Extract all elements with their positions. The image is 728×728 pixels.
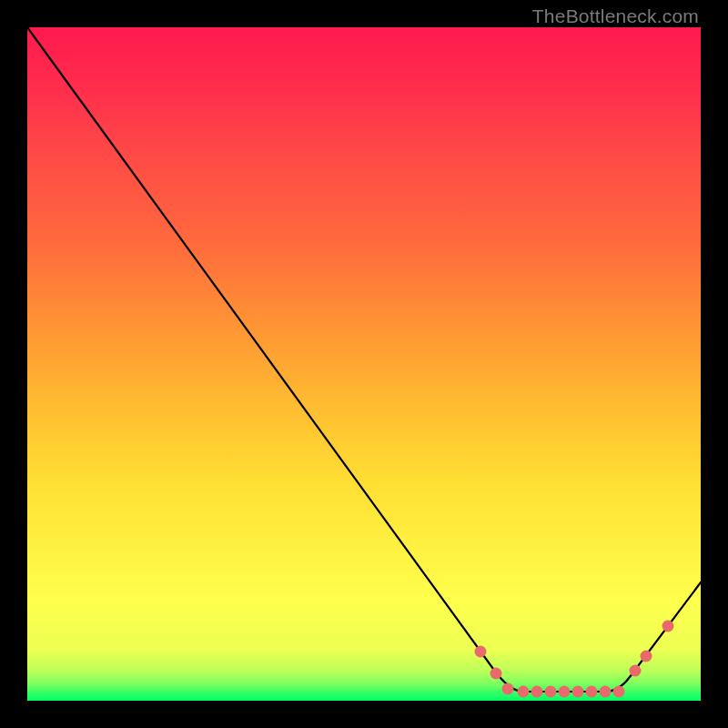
marker-dot bbox=[641, 651, 652, 662]
marker-dot bbox=[600, 686, 612, 698]
chart-frame: TheBottleneck.com bbox=[0, 0, 728, 728]
watermark-text: TheBottleneck.com bbox=[532, 5, 699, 27]
marker-dot bbox=[572, 686, 584, 698]
plot-area bbox=[27, 27, 701, 701]
marker-dot bbox=[531, 686, 543, 698]
curve-svg bbox=[27, 27, 701, 701]
marker-dot bbox=[630, 665, 642, 677]
marker-dot bbox=[545, 686, 557, 698]
marker-dot bbox=[586, 686, 598, 698]
marker-dot bbox=[490, 668, 502, 680]
marker-dot bbox=[475, 646, 487, 658]
marker-dot bbox=[518, 686, 530, 698]
bottleneck-curve bbox=[27, 27, 701, 692]
marker-dot bbox=[559, 686, 571, 698]
marker-dot bbox=[502, 683, 514, 695]
marker-dot bbox=[613, 686, 625, 698]
curve-markers bbox=[475, 621, 674, 698]
marker-dot bbox=[662, 621, 674, 632]
